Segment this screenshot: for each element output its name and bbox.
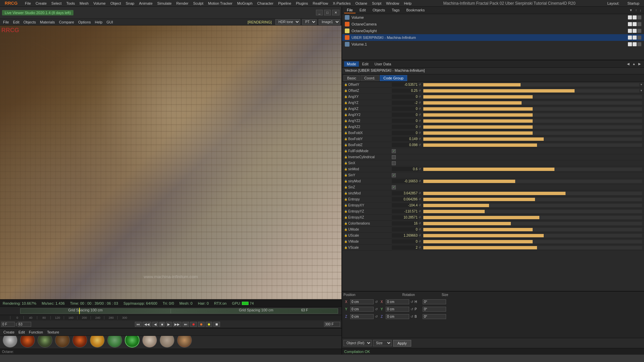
menu-animate[interactable]: Animate bbox=[137, 1, 154, 6]
prop-check-17[interactable]: ✓ bbox=[392, 185, 396, 189]
vmenu-materials[interactable]: Materials bbox=[38, 20, 57, 24]
prop-value-19[interactable] bbox=[392, 197, 419, 201]
prop-lock-3[interactable]: 🔒 bbox=[343, 101, 348, 105]
prop-value-27[interactable] bbox=[392, 245, 419, 250]
reset-z[interactable]: ↺ bbox=[375, 315, 378, 318]
menu-file[interactable]: File bbox=[23, 1, 33, 6]
rot-y-input[interactable] bbox=[386, 307, 409, 312]
prop-lock-7[interactable]: 🔒 bbox=[343, 125, 348, 129]
playback-last[interactable]: ⏭ bbox=[182, 322, 189, 327]
current-frame-input[interactable] bbox=[18, 322, 31, 327]
prop-reset-19[interactable]: ↺ bbox=[419, 198, 423, 201]
material-item-3[interactable]: Dirt bbox=[54, 336, 70, 349]
prop-lock-6[interactable]: 🔒 bbox=[343, 119, 348, 123]
menu-sculpt[interactable]: Sculpt bbox=[191, 1, 206, 6]
prop-reset-26[interactable]: ↺ bbox=[419, 240, 423, 243]
rot-x-input[interactable] bbox=[386, 299, 409, 304]
reset-rx[interactable]: ↺ bbox=[411, 300, 413, 304]
code-tab-basic[interactable]: Basic bbox=[343, 75, 360, 81]
prop-value-1[interactable] bbox=[392, 88, 419, 93]
playback-rev-fast[interactable]: ◀◀ bbox=[143, 322, 151, 327]
prop-value-5[interactable] bbox=[392, 113, 419, 117]
playback-record4[interactable]: ⏹ bbox=[213, 322, 220, 327]
material-item-10[interactable]: Final bbox=[176, 336, 193, 349]
prop-lock-0[interactable]: 🔒 bbox=[343, 82, 348, 87]
menu-script[interactable]: Script bbox=[370, 1, 383, 6]
vmenu-help[interactable]: Help bbox=[93, 20, 104, 24]
pt-select[interactable]: PT DL bbox=[302, 19, 317, 25]
image-select[interactable]: Image1 bbox=[319, 19, 340, 25]
prop-reset-23[interactable]: ↺ bbox=[419, 222, 423, 225]
prop-value-9[interactable] bbox=[392, 137, 419, 141]
vis-btn-4-3[interactable] bbox=[637, 42, 641, 46]
menu-motiontracker[interactable]: Motion Tracker bbox=[206, 1, 234, 6]
vis-btn-4-2[interactable] bbox=[633, 42, 637, 46]
prop-slider-6[interactable] bbox=[423, 119, 642, 123]
viewport[interactable]: www.machina-infinitum.com RRCG bbox=[0, 25, 341, 299]
playback-first[interactable]: ⏮ bbox=[135, 322, 142, 327]
material-item-2[interactable]: UBER Fil bbox=[37, 336, 53, 349]
menu-volume[interactable]: Volume bbox=[91, 1, 108, 6]
prop-reset-2[interactable]: ↺ bbox=[419, 95, 423, 98]
size-mode-select[interactable]: Size Scale bbox=[373, 340, 392, 346]
prop-lock-11[interactable]: 🔒 bbox=[343, 149, 348, 154]
prop-value-10[interactable] bbox=[392, 143, 419, 147]
prop-lock-12[interactable]: 🔒 bbox=[343, 155, 348, 160]
nav-arrow-left[interactable]: ◀ bbox=[626, 62, 631, 66]
playback-record2[interactable]: ⏺ bbox=[198, 322, 205, 327]
menu-snap[interactable]: Snap bbox=[124, 1, 137, 6]
prop-lock-15[interactable]: 🔒 bbox=[343, 173, 348, 178]
prop-value-25[interactable] bbox=[392, 233, 419, 238]
prop-reset-16[interactable]: ↺ bbox=[419, 180, 423, 183]
playback-stop[interactable]: ■ bbox=[159, 322, 165, 327]
obj-item-2[interactable]: OctaneDaylight bbox=[342, 27, 644, 34]
menu-select[interactable]: Select bbox=[49, 1, 64, 6]
prop-slider-16[interactable] bbox=[423, 180, 642, 183]
viewer-minimize[interactable]: _ bbox=[316, 10, 323, 15]
prop-value-18[interactable] bbox=[392, 191, 419, 195]
p-input[interactable] bbox=[423, 307, 446, 312]
prop-reset-21[interactable]: ↺ bbox=[419, 210, 423, 213]
menu-pipeline[interactable]: Pipeline bbox=[276, 1, 293, 6]
vmenu-compare[interactable]: Compare bbox=[57, 20, 76, 24]
prop-lock-19[interactable]: 🔒 bbox=[343, 197, 348, 202]
layout-value[interactable]: Startup bbox=[626, 1, 641, 6]
panel-icon-3[interactable]: ↓ bbox=[639, 8, 642, 13]
prop-reset-25[interactable]: ↺ bbox=[419, 234, 423, 237]
vis-btn-2-3[interactable] bbox=[637, 29, 641, 33]
menu-help[interactable]: Help bbox=[402, 1, 414, 6]
prop-slider-24[interactable] bbox=[423, 228, 642, 231]
prop-value-16[interactable] bbox=[392, 179, 419, 183]
prop-slider-22[interactable] bbox=[423, 216, 642, 219]
prop-lock-22[interactable]: 🔒 bbox=[343, 215, 348, 220]
prop-reset-14[interactable]: ↺ bbox=[419, 168, 423, 171]
apply-button[interactable]: Apply bbox=[393, 340, 411, 347]
props-tab-mode[interactable]: Mode bbox=[344, 61, 359, 67]
vmenu-edit[interactable]: Edit bbox=[11, 20, 21, 24]
prop-check-12[interactable] bbox=[392, 155, 396, 159]
obj-item-3[interactable]: UBER SIERPINSKI - Machina-Infinitum bbox=[342, 34, 644, 41]
b-input[interactable] bbox=[423, 314, 446, 319]
prop-slider-0[interactable] bbox=[423, 83, 639, 86]
obj-item-4[interactable]: Volume.1 bbox=[342, 41, 644, 48]
playback-record[interactable]: ⏺ bbox=[190, 322, 197, 327]
reset-rz[interactable]: ↺ bbox=[411, 315, 413, 318]
material-item-7[interactable]: Grass #1 bbox=[124, 336, 140, 349]
menu-render[interactable]: Render bbox=[174, 1, 191, 6]
pos-y-input[interactable] bbox=[350, 307, 374, 312]
prop-slider-21[interactable] bbox=[423, 210, 642, 213]
prop-slider-25[interactable] bbox=[423, 234, 642, 237]
prop-reset-0[interactable]: ↺ bbox=[419, 83, 423, 86]
menu-realflow[interactable]: RealFlow bbox=[311, 1, 330, 6]
prop-slider-26[interactable] bbox=[423, 240, 642, 243]
prop-slider-18[interactable] bbox=[423, 192, 642, 195]
prop-reset-3[interactable]: ↺ bbox=[419, 101, 423, 104]
prop-lock-23[interactable]: 🔒 bbox=[343, 221, 348, 226]
prop-slider-7[interactable] bbox=[423, 125, 642, 129]
h-input[interactable] bbox=[423, 299, 446, 304]
prop-lock-1[interactable]: 🔒 bbox=[343, 88, 348, 93]
prop-slider-19[interactable] bbox=[423, 198, 642, 201]
prop-slider-9[interactable] bbox=[423, 137, 642, 141]
rot-z-input[interactable] bbox=[386, 314, 409, 319]
code-tab-coord[interactable]: Coord. bbox=[361, 75, 379, 81]
